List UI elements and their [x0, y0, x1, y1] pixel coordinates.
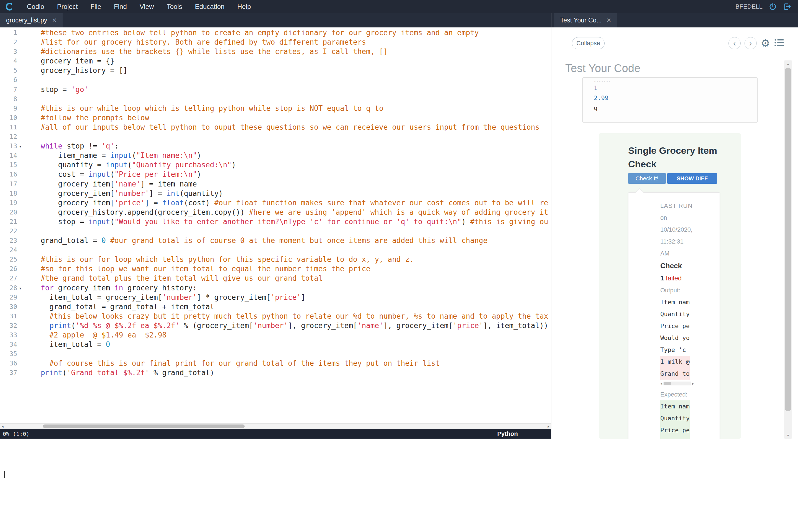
code-line[interactable]: 25#this is our for loop which tells pyth…: [0, 255, 551, 264]
panel-scrollbar[interactable]: ▴ ▾: [784, 60, 792, 439]
line-number: 33: [0, 330, 17, 340]
language-label[interactable]: Python: [497, 430, 518, 438]
line-number: 34: [0, 340, 17, 349]
code-line[interactable]: 15 quantity = input("Quantity purchased:…: [0, 160, 551, 170]
code-line[interactable]: 13▾while stop != 'q':: [0, 141, 551, 151]
logout-icon[interactable]: [783, 2, 791, 11]
scrollbar-thumb[interactable]: [43, 424, 245, 428]
codio-logo-icon[interactable]: [4, 2, 14, 11]
tab-grocery-list[interactable]: grocery_list.py ×: [0, 13, 63, 27]
code-line[interactable]: 22: [0, 226, 551, 236]
line-number: 37: [0, 368, 17, 377]
code-line[interactable]: 19 grocery_item['price'] = float(cost) #…: [0, 198, 551, 208]
menu-view[interactable]: View: [133, 3, 160, 11]
preview-dashes: -------: [583, 78, 757, 83]
code-editor[interactable]: 1#these two entries below tell python to…: [0, 27, 551, 423]
panel-toolbar-icons: ‹ › ⚙: [728, 37, 785, 49]
power-icon[interactable]: [768, 2, 777, 11]
scroll-left-icon[interactable]: ◂: [660, 381, 662, 386]
code-line[interactable]: 32 print('%d %s @ $%.2f ea $%.2f' % (gro…: [0, 321, 551, 330]
scrollbar-thumb[interactable]: [785, 68, 791, 411]
line-number: 36: [0, 359, 17, 368]
line-number: 25: [0, 255, 17, 264]
code-line[interactable]: 33 #2 apple @ $1.49 ea $2.98: [0, 330, 551, 340]
line-number: 4: [0, 56, 17, 66]
console-area[interactable]: [0, 439, 798, 532]
code-line[interactable]: 11#all of our inputs below tell python t…: [0, 122, 551, 132]
code-line[interactable]: 12: [0, 132, 551, 141]
line-number: 16: [0, 170, 17, 179]
code-line[interactable]: 24: [0, 245, 551, 255]
code-line[interactable]: 6: [0, 75, 551, 84]
scroll-right-icon[interactable]: ▸: [546, 424, 551, 429]
code-line[interactable]: 7stop = 'go': [0, 85, 551, 94]
code-line[interactable]: 3#dictionaries use the brackets {} while…: [0, 47, 551, 56]
code-line[interactable]: 34 item_total = 0: [0, 340, 551, 349]
code-line[interactable]: 23grand_total = 0 #our grand total is of…: [0, 236, 551, 245]
code-line[interactable]: 5grocery_history = []: [0, 66, 551, 75]
last-run-line: 10/10/2020,: [660, 224, 716, 235]
menu-project[interactable]: Project: [51, 3, 84, 11]
code-line[interactable]: 14 item_name = input("Item name:\n"): [0, 151, 551, 160]
code-line[interactable]: 20 grocery_history.append(grocery_item.c…: [0, 208, 551, 217]
show-diff-button[interactable]: SHOW DIFF: [667, 173, 717, 184]
card-notch: [635, 188, 644, 197]
line-number: 26: [0, 264, 17, 273]
scroll-up-icon[interactable]: ▴: [784, 61, 792, 66]
code-line[interactable]: 28▾for grocery_item in grocery_history:: [0, 283, 551, 292]
line-number: 10: [0, 113, 17, 122]
menu-codio[interactable]: Codio: [20, 3, 51, 11]
code-line[interactable]: 26#so for this loop we want our item tot…: [0, 264, 551, 273]
code-line[interactable]: 9#this is our while loop which is tellin…: [0, 103, 551, 113]
menu-education[interactable]: Education: [188, 3, 231, 11]
output-label: Output:: [660, 284, 716, 296]
close-icon[interactable]: ×: [52, 17, 57, 24]
check-it-button[interactable]: Check It!: [628, 173, 666, 184]
code-line[interactable]: 2#list for our grocery history. Both are…: [0, 37, 551, 47]
code-line[interactable]: 29 item_total = grocery_item['number'] *…: [0, 292, 551, 302]
tab-test-your-code[interactable]: Test Your Co... ×: [554, 13, 618, 27]
tab-label: grocery_list.py: [6, 17, 47, 24]
code-line[interactable]: 30 grand_total = grand_total + item_tota…: [0, 302, 551, 311]
scroll-left-icon[interactable]: ◂: [0, 424, 5, 429]
code-line[interactable]: 37print('Grand total $%.2f' % grand_tota…: [0, 368, 551, 377]
menu-find[interactable]: Find: [108, 3, 133, 11]
line-number: 15: [0, 160, 17, 170]
code-line[interactable]: 27#the grand total plus the item total w…: [0, 273, 551, 283]
scrollbar-thumb[interactable]: [664, 382, 671, 385]
menu-items: CodioProjectFileFindViewToolsEducationHe…: [20, 3, 258, 11]
fold-arrow-icon[interactable]: ▾: [19, 141, 22, 151]
scroll-down-icon[interactable]: ▾: [784, 433, 792, 438]
scroll-right-icon[interactable]: ▸: [692, 381, 694, 386]
username: BFEDELL: [735, 3, 762, 10]
code-line[interactable]: 10#follow the prompts below: [0, 113, 551, 122]
code-line[interactable]: 18 grocery_item['number'] = int(quantity…: [0, 189, 551, 198]
prev-page-button[interactable]: ‹: [728, 37, 741, 49]
diff-line: Item nam: [660, 400, 690, 412]
menu-tools[interactable]: Tools: [160, 3, 188, 11]
line-number: 22: [0, 226, 17, 236]
code-line[interactable]: 35: [0, 349, 551, 359]
code-line[interactable]: 1#these two entries below tell python to…: [0, 28, 551, 37]
code-line[interactable]: 36 #of course this is our final print fo…: [0, 359, 551, 368]
code-line[interactable]: 21 stop = input("Would you like to enter…: [0, 217, 551, 226]
menu-file[interactable]: File: [84, 3, 108, 11]
next-page-button[interactable]: ›: [744, 37, 757, 49]
output-scrollbar[interactable]: ◂ ▸: [660, 381, 694, 386]
editor-horizontal-scrollbar[interactable]: ◂ ▸: [0, 423, 551, 429]
fold-arrow-icon[interactable]: ▾: [19, 283, 22, 293]
line-number: 32: [0, 321, 17, 330]
code-line[interactable]: 31 #this below looks crazy but it pretty…: [0, 311, 551, 321]
menu-help[interactable]: Help: [231, 3, 257, 11]
code-line[interactable]: 8: [0, 94, 551, 103]
close-icon[interactable]: ×: [607, 17, 611, 24]
code-line[interactable]: 4grocery_item = {}: [0, 56, 551, 66]
toc-list-icon[interactable]: [774, 38, 785, 49]
line-number: 23: [0, 236, 17, 245]
menu-right: BFEDELL: [735, 2, 798, 11]
collapse-button[interactable]: Collapse: [572, 37, 605, 49]
code-line[interactable]: 16 cost = input("Price per item:\n"): [0, 170, 551, 179]
line-number: 1: [0, 28, 17, 37]
code-line[interactable]: 17 grocery_item['name'] = item_name: [0, 179, 551, 189]
settings-gear-icon[interactable]: ⚙: [761, 37, 770, 49]
